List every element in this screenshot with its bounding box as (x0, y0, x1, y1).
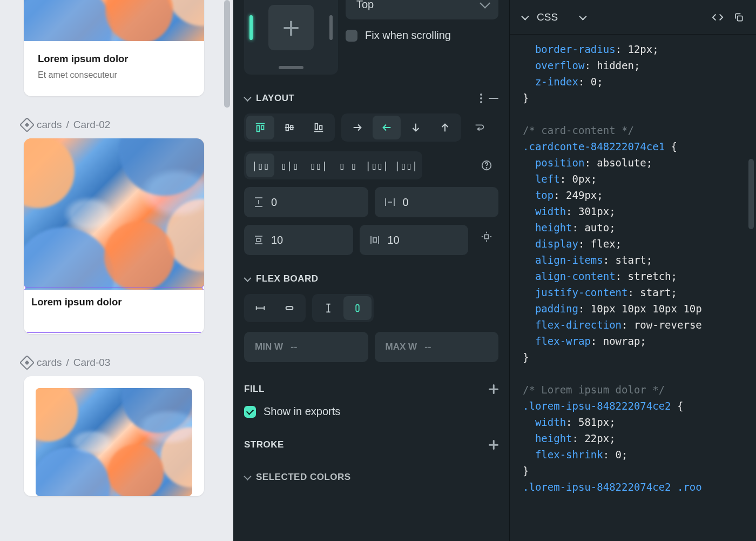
anchor-bottom[interactable] (279, 66, 303, 69)
component-icon (19, 355, 35, 370)
code-panel: CSS border-radius: 12px; overflow: hidde… (510, 0, 756, 541)
layout-section-header[interactable]: LAYOUT (244, 93, 498, 104)
svg-rect-1 (257, 125, 260, 131)
justify-center-button[interactable]: ▯|▯ (275, 153, 303, 177)
language-select[interactable]: CSS (537, 11, 585, 23)
height-fill-button[interactable] (343, 296, 372, 320)
add-fill-button[interactable] (489, 384, 498, 394)
dir-left-button[interactable] (373, 116, 401, 139)
add-stroke-button[interactable] (489, 440, 498, 450)
col-gap-icon (384, 197, 395, 207)
card-title: Lorem ipsum dolor (31, 296, 197, 308)
card-02[interactable]: Lorem ipsum dolor (24, 138, 204, 334)
justify-between-button[interactable]: ▯ ▯ (334, 153, 362, 177)
svg-rect-27 (484, 235, 488, 238)
min-width-value: -- (291, 341, 298, 353)
svg-rect-8 (320, 125, 322, 129)
card-breadcrumb[interactable]: cards / Card-02 (22, 119, 233, 131)
section-title: STROKE (244, 439, 284, 450)
help-icon[interactable] (475, 153, 498, 177)
justify-around-button[interactable]: |▯▯| (363, 153, 391, 177)
justify-evenly-button[interactable]: |▯▯| (392, 153, 420, 177)
more-icon[interactable] (480, 93, 482, 103)
code-body[interactable]: border-radius: 12px; overflow: hidden; z… (510, 35, 756, 541)
section-title: FILL (244, 384, 265, 395)
justify-start-button[interactable]: |▯▯ (246, 153, 274, 177)
align-start-button[interactable] (246, 116, 274, 139)
height-mode-segment (312, 294, 374, 322)
col-gap-input[interactable]: 0 (375, 187, 499, 217)
svg-rect-22 (256, 238, 261, 242)
pad-v-icon (254, 235, 264, 245)
remove-icon[interactable] (489, 98, 498, 99)
dir-right-button[interactable] (343, 116, 372, 139)
copy-icon[interactable] (733, 12, 744, 23)
pad-h-input[interactable]: 10 (360, 225, 469, 255)
fix-scroll-label: Fix when scrolling (365, 29, 451, 42)
chevron-down-icon (244, 94, 251, 102)
pad-individual-button[interactable] (475, 225, 498, 249)
card-title: Lorem ipsum dolor (38, 53, 190, 65)
position-anchor-grid[interactable]: + (244, 0, 338, 75)
stroke-section-header[interactable]: STROKE (244, 439, 498, 450)
row-gap-value: 0 (271, 196, 277, 209)
section-title: LAYOUT (256, 93, 294, 104)
svg-rect-40 (738, 16, 742, 21)
breadcrumb-sep: / (66, 119, 69, 131)
show-exports-checkbox[interactable] (244, 406, 256, 418)
canvas-scrollbar[interactable] (224, 0, 230, 108)
chevron-down-icon (244, 275, 251, 282)
anchor-left[interactable] (249, 15, 253, 40)
width-fixed-button[interactable] (246, 296, 274, 320)
inspector-panel: + Top Fix when scrolling LAYOUT (233, 0, 510, 541)
height-fixed-button[interactable] (314, 296, 342, 320)
wrap-button[interactable] (468, 116, 491, 139)
anchor-right[interactable] (329, 15, 333, 40)
canvas[interactable]: Lorem ipsum dolor Et amet consecuteur ca… (0, 0, 233, 541)
justify-segment: |▯▯ ▯|▯ ▯▯| ▯ ▯ |▯▯| |▯▯| (244, 151, 422, 179)
fix-scroll-checkbox[interactable] (346, 30, 357, 42)
row-gap-input[interactable]: 0 (244, 187, 368, 217)
card-breadcrumb[interactable]: cards / Card-03 (22, 357, 233, 369)
width-fill-button[interactable] (275, 296, 303, 320)
code-view-icon[interactable] (712, 11, 724, 23)
align-items-segment (244, 113, 335, 142)
show-exports-label: Show in exports (264, 405, 340, 418)
language-value: CSS (537, 11, 558, 23)
pad-v-value: 10 (271, 234, 283, 246)
card-01[interactable]: Lorem ipsum dolor Et amet consecuteur (24, 0, 204, 96)
breadcrumb-prefix: cards (37, 119, 62, 131)
svg-rect-35 (286, 306, 293, 310)
chevron-down-icon (244, 473, 251, 480)
section-title: SELECTED COLORS (256, 472, 351, 483)
max-width-label: MAX W (386, 342, 417, 352)
section-title: FLEX BOARD (256, 273, 319, 284)
flexboard-section-header[interactable]: FLEX BOARD (244, 273, 498, 284)
min-width-input[interactable]: MIN W -- (244, 332, 368, 362)
fill-section-header[interactable]: FILL (244, 384, 498, 395)
justify-end-button[interactable]: ▯▯| (305, 153, 333, 177)
collapse-code-button[interactable] (522, 15, 527, 20)
max-width-input[interactable]: MAX W -- (375, 332, 499, 362)
width-mode-segment (244, 294, 306, 322)
pad-v-input[interactable]: 10 (244, 225, 353, 255)
max-width-value: -- (424, 341, 431, 353)
dir-up-button[interactable] (431, 116, 459, 139)
min-width-label: MIN W (255, 342, 283, 352)
direction-segment (341, 113, 461, 142)
breadcrumb-prefix: cards (37, 357, 62, 369)
align-end-button[interactable] (305, 116, 333, 139)
component-icon (19, 117, 35, 132)
code-scrollbar[interactable] (748, 159, 754, 229)
pad-h-icon (369, 235, 380, 245)
row-gap-icon (254, 197, 264, 208)
chevron-down-icon (579, 12, 586, 20)
pad-h-value: 10 (388, 234, 400, 246)
anchor-center[interactable]: + (268, 5, 314, 50)
selected-colors-section-header[interactable]: SELECTED COLORS (244, 472, 498, 483)
card-03[interactable] (24, 376, 204, 496)
anchor-select[interactable]: Top (346, 0, 498, 19)
card-image (24, 138, 204, 290)
align-center-button[interactable] (275, 116, 303, 139)
dir-down-button[interactable] (402, 116, 430, 139)
